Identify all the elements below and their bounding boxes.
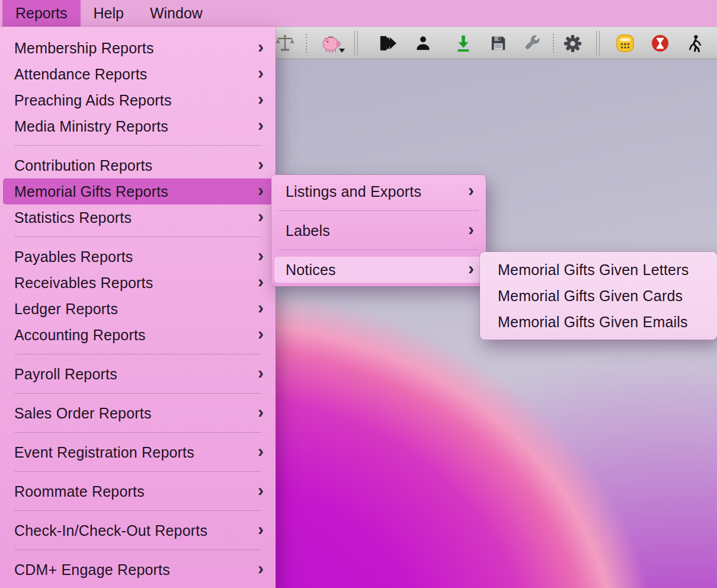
menu-separator: [14, 549, 261, 550]
menu-separator: [14, 237, 261, 237]
menu-item-label: Sales Order Reports: [14, 405, 152, 422]
menu-item-roommate-reports[interactable]: Roommate Reports›: [3, 478, 273, 504]
toolbar-button-download[interactable]: [450, 30, 477, 57]
menu-item-contribution-reports[interactable]: Contribution Reports›: [3, 152, 273, 178]
submenu-chevron-icon: ›: [258, 207, 264, 225]
submenu-chevron-icon: ›: [468, 260, 474, 277]
submenu-chevron-icon: ›: [258, 90, 264, 108]
menu-item-label: Media Ministry Reports: [14, 118, 168, 135]
menu-item-label: Payables Reports: [14, 248, 133, 266]
menu-item-label: Labels: [286, 222, 330, 239]
menu-item-attendance-reports[interactable]: Attendance Reports›: [3, 61, 273, 87]
menu-separator: [14, 471, 261, 472]
submenu-chevron-icon: ›: [258, 38, 264, 56]
menu-item-label: Payroll Reports: [14, 366, 117, 383]
toolbar-button-hourglass[interactable]: [646, 30, 674, 57]
toolbar-group-divider: [354, 31, 358, 56]
menu-item-label: Memorial Gifts Given Cards: [498, 287, 683, 305]
toolbar-button-person[interactable]: [409, 30, 437, 57]
toolbar-button-gear[interactable]: [559, 30, 586, 57]
submenu-chevron-icon: ›: [258, 181, 264, 199]
menu-item-label: Receivables Reports: [14, 274, 153, 292]
menu-separator: [14, 510, 261, 511]
menu-item-sales-order-reports[interactable]: Sales Order Reports›: [3, 400, 273, 426]
menu-item-payables-reports[interactable]: Payables Reports›: [3, 244, 273, 270]
menu-item-memorial-gifts-reports[interactable]: Memorial Gifts Reports›: [3, 178, 273, 204]
menu-item-label: CDM+ Engage Reports: [14, 561, 170, 579]
menu-item-label: Memorial Gifts Given Emails: [498, 314, 688, 331]
menu-separator: [14, 432, 261, 433]
menu-item-label: Accounting Reports: [14, 327, 146, 344]
gear-icon: [563, 34, 582, 53]
menu-item-payroll-reports[interactable]: Payroll Reports›: [3, 361, 273, 387]
submenu-chevron-icon: ›: [258, 442, 264, 460]
menu-item-event-registration-reports[interactable]: Event Registration Reports›: [3, 439, 273, 465]
walking-person-icon: [687, 34, 703, 52]
menu-item-label: Check-In/Check-Out Reports: [14, 522, 207, 539]
menu-item-label: Preaching Aids Reports: [14, 92, 172, 109]
menu-item-labels[interactable]: Labels›: [274, 218, 483, 244]
menu-item-label: Event Registration Reports: [14, 444, 194, 461]
menubar: ReportsHelpWindow: [0, 0, 717, 27]
menu-item-preaching-aids-reports[interactable]: Preaching Aids Reports›: [3, 87, 273, 113]
menubar-item-reports[interactable]: Reports: [2, 0, 81, 27]
submenu-chevron-icon: ›: [258, 560, 264, 577]
menu-item-label: Notices: [286, 261, 336, 279]
menu-item-cdm-engage-reports[interactable]: CDM+ Engage Reports›: [3, 557, 273, 583]
menu-item-label: Membership Reports: [14, 40, 154, 57]
menu-item-label: Attendance Reports: [14, 66, 148, 83]
menubar-item-label: Reports: [15, 5, 68, 22]
menu-item-listings-and-exports[interactable]: Listings and Exports›: [274, 178, 483, 204]
wrench-icon: [524, 34, 542, 52]
memorial-gifts-submenu: Listings and Exports›Labels›Notices›: [271, 175, 486, 286]
toolbar-button-save[interactable]: [485, 30, 512, 57]
menu-separator: [279, 250, 479, 250]
submenu-chevron-icon: ›: [258, 520, 264, 538]
submenu-chevron-icon: ›: [258, 299, 264, 317]
menu-item-statistics-reports[interactable]: Statistics Reports›: [3, 204, 273, 231]
menu-item-label: Roommate Reports: [14, 483, 145, 500]
menu-item-label: Statistics Reports: [14, 209, 132, 226]
menubar-item-window[interactable]: Window: [137, 0, 216, 27]
menubar-item-label: Help: [94, 5, 124, 22]
menu-separator: [14, 145, 261, 146]
menu-item-label: Memorial Gifts Given Letters: [498, 261, 689, 279]
save-icon: [490, 35, 507, 52]
toolbar-group-divider: [596, 31, 600, 56]
toolbar-dotted-separator: [306, 34, 307, 53]
dropdown-caret-icon: [339, 49, 345, 53]
menu-item-label: Ledger Reports: [14, 301, 118, 318]
menu-separator: [279, 210, 479, 211]
menu-item-accounting-reports[interactable]: Accounting Reports›: [3, 322, 273, 348]
toolbar-button-calculator[interactable]: [612, 30, 639, 57]
submenu-chevron-icon: ›: [258, 116, 264, 134]
submenu-chevron-icon: ›: [258, 481, 264, 499]
menu-item-receivables-reports[interactable]: Receivables Reports›: [3, 270, 273, 296]
menu-item-ledger-reports[interactable]: Ledger Reports›: [3, 296, 273, 322]
toolbar-button-exit-door[interactable]: [374, 30, 401, 57]
calculator-icon: [616, 34, 635, 53]
menu-item-notices[interactable]: Notices›: [274, 257, 483, 283]
menu-item-label: Contribution Reports: [14, 157, 152, 174]
submenu-chevron-icon: ›: [258, 273, 264, 290]
submenu-chevron-icon: ›: [258, 325, 264, 343]
menu-item-media-ministry-reports[interactable]: Media Ministry Reports›: [3, 113, 273, 139]
menu-item-label: Memorial Gifts Reports: [14, 183, 168, 200]
reports-menu: Membership Reports›Attendance Reports›Pr…: [0, 27, 276, 588]
toolbar-button-walking-person[interactable]: [681, 30, 709, 57]
submenu-chevron-icon: ›: [258, 247, 264, 264]
toolbar-button-piggy-bank[interactable]: [318, 30, 345, 57]
menu-item-membership-reports[interactable]: Membership Reports›: [3, 35, 273, 61]
menu-item-check-in-check-out-reports[interactable]: Check-In/Check-Out Reports›: [3, 517, 273, 544]
toolbar-button-wrench[interactable]: [519, 30, 546, 57]
menu-item-memorial-gifts-given-letters[interactable]: Memorial Gifts Given Letters: [483, 257, 714, 283]
submenu-chevron-icon: ›: [258, 155, 264, 173]
menu-item-memorial-gifts-given-cards[interactable]: Memorial Gifts Given Cards: [483, 283, 714, 309]
menu-separator: [14, 393, 261, 394]
menu-item-memorial-gifts-given-emails[interactable]: Memorial Gifts Given Emails: [483, 309, 714, 335]
menubar-item-help[interactable]: Help: [81, 0, 137, 27]
person-icon: [415, 35, 431, 52]
submenu-chevron-icon: ›: [468, 181, 474, 199]
submenu-chevron-icon: ›: [258, 403, 264, 421]
submenu-chevron-icon: ›: [258, 364, 264, 382]
